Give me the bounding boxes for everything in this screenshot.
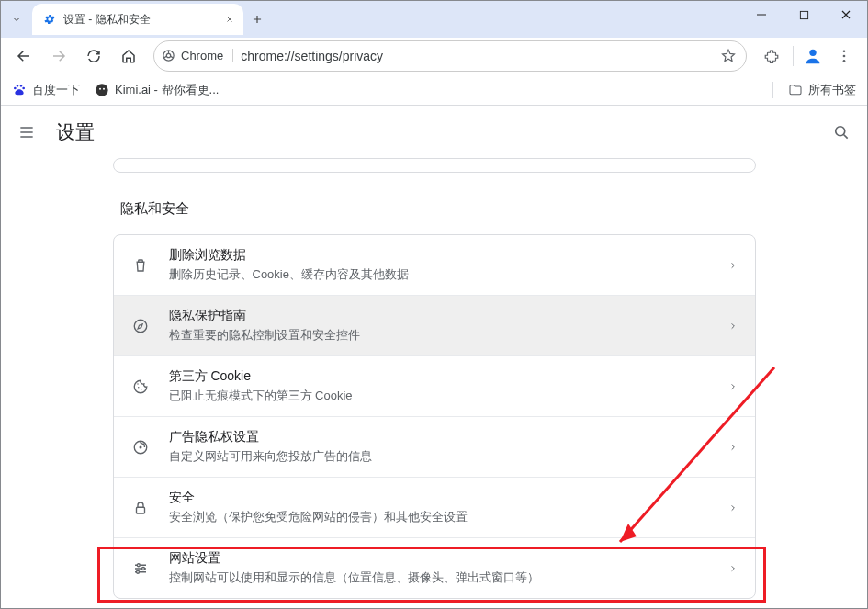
svg-point-19 — [141, 567, 144, 570]
bookmark-item-baidu[interactable]: 百度一下 — [12, 82, 80, 98]
bookmark-item-kimi[interactable]: Kimi.ai - 帮你看更... — [95, 82, 219, 98]
row-subtitle: 自定义网站可用来向您投放广告的信息 — [169, 448, 711, 465]
kebab-icon — [836, 48, 852, 64]
row-subtitle: 删除历史记录、Cookie、缓存内容及其他数据 — [169, 266, 711, 283]
lock-icon — [130, 500, 151, 516]
svg-point-3 — [809, 49, 816, 55]
close-window-button[interactable] — [825, 1, 867, 28]
settings-menu-button[interactable] — [16, 121, 38, 143]
chevron-down-icon — [11, 14, 22, 25]
new-tab-button[interactable] — [243, 4, 271, 35]
svg-point-4 — [843, 50, 846, 52]
svg-point-5 — [843, 54, 846, 57]
hamburger-icon — [17, 123, 36, 141]
forward-button[interactable] — [43, 40, 74, 72]
svg-point-7 — [96, 84, 107, 96]
svg-point-18 — [137, 563, 140, 566]
address-bar[interactable]: Chrome chrome://settings/privacy — [153, 40, 747, 72]
scheme-label: Chrome — [181, 49, 223, 62]
row-site-settings[interactable]: 网站设置 控制网站可以使用和显示的信息（位置信息、摄像头、弹出式窗口等） — [114, 537, 755, 598]
row-subtitle: 安全浏览（保护您免受危险网站的侵害）和其他安全设置 — [169, 509, 711, 525]
row-security[interactable]: 安全 安全浏览（保护您免受危险网站的侵害）和其他安全设置 — [114, 477, 755, 537]
home-icon — [120, 48, 137, 64]
paw-icon — [12, 83, 27, 97]
window-controls — [740, 1, 867, 38]
settings-search-button[interactable] — [830, 121, 852, 143]
reload-button[interactable] — [78, 40, 109, 72]
cookie-icon — [130, 378, 151, 395]
tab-search-button[interactable] — [1, 1, 32, 38]
minimize-button[interactable] — [740, 1, 783, 28]
section-title: 隐私和安全 — [120, 200, 756, 218]
content-wrap: 隐私和安全 删除浏览数据 删除历史记录、Cookie、缓存内容及其他数据 — [1, 158, 867, 608]
tab-strip: 设置 - 隐私和安全 — [1, 1, 271, 38]
svg-point-16 — [139, 445, 141, 448]
bookmark-star-button[interactable] — [720, 48, 737, 64]
bookmark-label: Kimi.ai - 帮你看更... — [115, 82, 219, 98]
maximize-button[interactable] — [783, 1, 825, 28]
trash-icon — [130, 257, 151, 274]
content-inner: 隐私和安全 删除浏览数据 删除历史记录、Cookie、缓存内容及其他数据 — [113, 158, 756, 599]
compass-icon — [130, 318, 151, 334]
arrow-right-icon — [51, 48, 67, 64]
chrome-logo-icon — [162, 49, 175, 62]
star-icon — [720, 48, 737, 64]
svg-point-11 — [134, 320, 147, 333]
minimize-icon — [756, 9, 767, 20]
window-titlebar: 设置 - 隐私和安全 — [1, 1, 867, 38]
maximize-icon — [799, 10, 809, 20]
svg-point-10 — [836, 126, 845, 135]
svg-point-2 — [166, 53, 170, 57]
row-subtitle: 已阻止无痕模式下的第三方 Cookie — [169, 388, 711, 404]
row-clear-browsing-data[interactable]: 删除浏览数据 删除历史记录、Cookie、缓存内容及其他数据 — [114, 235, 755, 295]
bookmark-separator — [772, 82, 773, 98]
row-title: 广告隐私权设置 — [169, 429, 711, 445]
tab-close-button[interactable] — [225, 15, 234, 24]
home-button[interactable] — [113, 40, 144, 72]
url-text: chrome://settings/privacy — [241, 49, 713, 63]
back-button[interactable] — [8, 40, 39, 72]
all-bookmarks-button[interactable]: 所有书签 — [788, 82, 856, 98]
row-title: 删除浏览数据 — [169, 247, 711, 264]
row-third-party-cookies[interactable]: 第三方 Cookie 已阻止无痕模式下的第三方 Cookie — [114, 355, 755, 416]
row-ad-privacy[interactable]: 广告隐私权设置 自定义网站可用来向您投放广告的信息 — [114, 416, 755, 477]
toolbar-divider — [793, 46, 794, 66]
row-subtitle: 控制网站可以使用和显示的信息（位置信息、摄像头、弹出式窗口等） — [169, 570, 711, 586]
folder-icon — [788, 83, 803, 97]
toolbar-right — [756, 40, 860, 72]
privacy-card: 删除浏览数据 删除历史记录、Cookie、缓存内容及其他数据 隐私保护指南 — [113, 234, 756, 599]
svg-point-13 — [141, 389, 142, 390]
page-title: 设置 — [56, 119, 95, 145]
svg-point-9 — [103, 87, 105, 89]
avatar-icon — [95, 83, 109, 97]
svg-point-12 — [138, 387, 140, 389]
row-privacy-guide[interactable]: 隐私保护指南 检查重要的隐私控制设置和安全控件 — [114, 295, 755, 355]
ad-target-icon — [130, 439, 151, 456]
chevron-right-icon — [729, 442, 737, 453]
svg-point-8 — [99, 87, 101, 89]
row-subtitle: 检查重要的隐私控制设置和安全控件 — [169, 327, 711, 344]
sliders-icon — [130, 560, 151, 577]
browser-tab[interactable]: 设置 - 隐私和安全 — [32, 4, 243, 35]
browser-toolbar: Chrome chrome://settings/privacy — [1, 38, 867, 74]
chevron-right-icon — [729, 502, 737, 513]
plus-icon — [251, 13, 264, 26]
row-title: 网站设置 — [169, 550, 711, 567]
partial-card-above — [113, 158, 756, 173]
row-title: 安全 — [169, 490, 711, 506]
settings-content[interactable]: 隐私和安全 删除浏览数据 删除历史记录、Cookie、缓存内容及其他数据 — [1, 158, 867, 608]
row-title: 隐私保护指南 — [169, 308, 711, 324]
svg-rect-17 — [136, 507, 144, 513]
profile-button[interactable] — [799, 42, 827, 70]
close-icon — [840, 9, 851, 20]
chevron-right-icon — [729, 563, 737, 574]
menu-button[interactable] — [829, 40, 860, 72]
search-icon — [832, 123, 851, 141]
gear-icon — [43, 13, 56, 26]
chevron-right-icon — [729, 260, 737, 271]
row-title: 第三方 Cookie — [169, 368, 711, 385]
site-info[interactable]: Chrome — [162, 49, 233, 62]
extension-icon — [763, 48, 780, 64]
arrow-left-icon — [16, 48, 32, 64]
extensions-button[interactable] — [756, 40, 787, 72]
